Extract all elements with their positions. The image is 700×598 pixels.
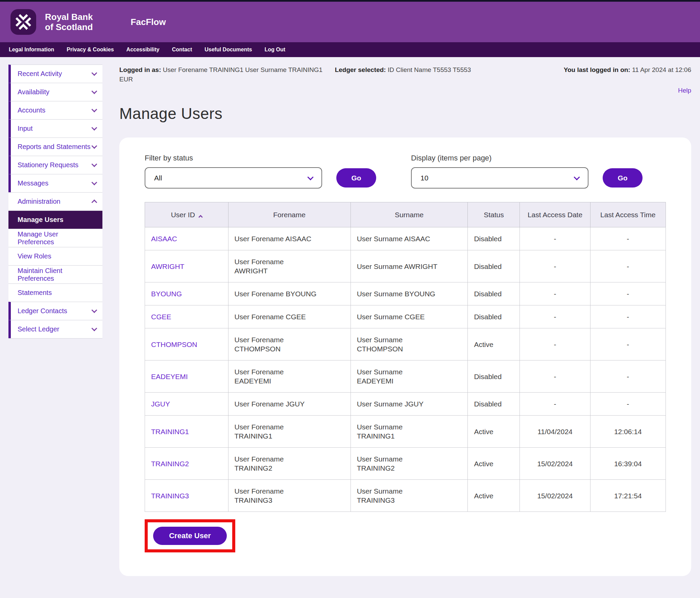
display-per-page-label: Display (items per page) bbox=[411, 154, 643, 163]
last-access-time-cell: 12:06:14 bbox=[590, 416, 666, 448]
nav-item-useful-documents[interactable]: Useful Documents bbox=[204, 47, 252, 53]
user-id-cell: EADEYEMI bbox=[145, 360, 228, 393]
sidebar-item-label: Administration bbox=[18, 198, 61, 205]
sidebar-item-view-roles[interactable]: View Roles bbox=[8, 247, 102, 265]
surname-cell: User Surname EADEYEMI bbox=[351, 360, 468, 393]
table-row-jguy: JGUYUser Forename JGUYUser Surname JGUYD… bbox=[145, 393, 666, 416]
forename-cell: User Forename BYOUNG bbox=[228, 282, 351, 305]
user-id-cell: AWRIGHT bbox=[145, 250, 228, 282]
last-access-date-cell: - bbox=[520, 227, 590, 250]
nav-item-privacy-cookies[interactable]: Privacy & Cookies bbox=[67, 47, 114, 53]
table-row-training3: TRAINING3User Forename TRAINING3User Sur… bbox=[145, 480, 666, 512]
sort-ascending-icon bbox=[198, 215, 203, 219]
user-id-link[interactable]: JGUY bbox=[151, 400, 170, 408]
last-login-value: 11 Apr 2024 at 12:06 bbox=[632, 66, 691, 73]
filter-status-go-button[interactable]: Go bbox=[336, 168, 376, 188]
sidebar-item-select-ledger[interactable]: Select Ledger bbox=[8, 320, 102, 338]
sidebar-item-label: View Roles bbox=[18, 252, 51, 260]
table-row-training2: TRAINING2User Forename TRAINING2User Sur… bbox=[145, 448, 666, 480]
surname-cell: User Surname TRAINING3 bbox=[351, 480, 468, 512]
surname-cell: User Surname TRAINING2 bbox=[351, 448, 468, 480]
sidebar-item-label: Maintain Client Preferences bbox=[18, 267, 96, 282]
last-access-date-cell: - bbox=[520, 305, 590, 328]
user-id-link[interactable]: TRAINING2 bbox=[151, 460, 189, 468]
user-id-link[interactable]: CGEE bbox=[151, 313, 171, 321]
table-header-row: User IDForenameSurnameStatusLast Access … bbox=[145, 202, 666, 227]
last-access-date-cell: 11/04/2024 bbox=[520, 416, 590, 448]
sidebar-item-label: Select Ledger bbox=[18, 325, 59, 333]
table-row-training1: TRAINING1User Forename TRAINING1User Sur… bbox=[145, 416, 666, 448]
sidebar-item-label: Manage User Preferences bbox=[18, 230, 96, 246]
help-link[interactable]: Help bbox=[678, 87, 691, 94]
chevron-down-icon bbox=[307, 174, 313, 180]
nav-item-legal-information[interactable]: Legal Information bbox=[9, 47, 54, 53]
user-id-link[interactable]: AWRIGHT bbox=[151, 263, 184, 270]
user-id-cell: CTHOMPSON bbox=[145, 328, 228, 360]
nav-item-accessibility[interactable]: Accessibility bbox=[126, 47, 160, 53]
last-access-time-cell: - bbox=[590, 393, 666, 416]
nav-item-contact[interactable]: Contact bbox=[172, 47, 192, 53]
chevron-down-icon bbox=[92, 89, 97, 94]
display-per-page-group: Display (items per page) 10 Go bbox=[411, 154, 643, 189]
last-access-time-cell: - bbox=[590, 227, 666, 250]
table-row-awright: AWRIGHTUser Forename AWRIGHTUser Surname… bbox=[145, 250, 666, 282]
filter-status-select[interactable]: All bbox=[145, 167, 322, 189]
user-id-link[interactable]: EADEYEMI bbox=[151, 373, 188, 380]
user-id-link[interactable]: AISAAC bbox=[151, 235, 177, 243]
sidebar-item-statements[interactable]: Statements bbox=[8, 283, 102, 302]
sidebar-item-recent-activity[interactable]: Recent Activity bbox=[8, 65, 102, 83]
chevron-down-icon bbox=[92, 161, 97, 167]
column-header-user-id[interactable]: User ID bbox=[145, 202, 228, 227]
user-id-link[interactable]: TRAINING1 bbox=[151, 428, 189, 435]
last-access-date-cell: - bbox=[520, 282, 590, 305]
brand-line2: of Scotland bbox=[45, 22, 93, 32]
last-access-date-cell: - bbox=[520, 393, 590, 416]
display-per-page-selected-value: 10 bbox=[420, 174, 428, 182]
top-nav: Legal InformationPrivacy & CookiesAccess… bbox=[0, 42, 700, 57]
sidebar-item-label: Availability bbox=[18, 88, 49, 96]
sidebar-item-stationery-requests[interactable]: Stationery Requests bbox=[8, 156, 102, 174]
last-login-info: You last logged in on: 11 Apr 2024 at 12… bbox=[564, 65, 691, 75]
display-per-page-controls: 10 Go bbox=[411, 167, 643, 189]
status-cell: Active bbox=[468, 416, 520, 448]
status-cell: Active bbox=[468, 448, 520, 480]
chevron-down-icon bbox=[92, 326, 97, 331]
sidebar-item-input[interactable]: Input bbox=[8, 119, 102, 138]
app-header: Royal Bank of Scotland FacFlow bbox=[0, 2, 700, 42]
content-area: Recent ActivityAvailabilityAccountsInput… bbox=[0, 57, 700, 576]
chevron-down-icon bbox=[92, 143, 97, 149]
sidebar-item-manage-user-preferences[interactable]: Manage User Preferences bbox=[8, 229, 102, 247]
surname-cell: User Surname AWRIGHT bbox=[351, 250, 468, 282]
chevron-down-icon bbox=[92, 307, 97, 313]
create-user-button[interactable]: Create User bbox=[153, 527, 227, 545]
last-access-time-cell: - bbox=[590, 360, 666, 393]
sidebar-item-manage-users[interactable]: Manage Users bbox=[8, 210, 102, 229]
sidebar-item-label: Accounts bbox=[18, 106, 45, 114]
last-access-time-cell: - bbox=[590, 282, 666, 305]
annotation-highlight-box: Create User bbox=[145, 519, 235, 552]
display-per-page-go-button[interactable]: Go bbox=[603, 168, 643, 188]
display-per-page-select[interactable]: 10 bbox=[411, 167, 588, 189]
sidebar-item-reports-and-statements[interactable]: Reports and Statements bbox=[8, 138, 102, 156]
forename-cell: User Forename TRAINING1 bbox=[228, 416, 351, 448]
sidebar-item-maintain-client-preferences[interactable]: Maintain Client Preferences bbox=[8, 265, 102, 283]
user-id-cell: AISAAC bbox=[145, 227, 228, 250]
sidebar-item-availability[interactable]: Availability bbox=[8, 83, 102, 101]
user-id-link[interactable]: TRAINING3 bbox=[151, 492, 189, 500]
sidebar-item-administration[interactable]: Administration bbox=[8, 192, 102, 210]
nav-item-log-out[interactable]: Log Out bbox=[265, 47, 285, 53]
manage-users-card: Filter by status All Go Display (items p… bbox=[119, 138, 691, 576]
last-access-time-cell: - bbox=[590, 305, 666, 328]
last-access-date-cell: - bbox=[520, 328, 590, 360]
filter-status-selected-value: All bbox=[154, 174, 162, 182]
ledger-selected-value: ID Client Name T5553 T5553 bbox=[388, 66, 471, 73]
user-id-link[interactable]: BYOUNG bbox=[151, 290, 182, 298]
user-id-link[interactable]: CTHOMPSON bbox=[151, 341, 197, 348]
last-access-date-cell: - bbox=[520, 250, 590, 282]
last-access-time-cell: 17:21:54 bbox=[590, 480, 666, 512]
column-header-label: Forename bbox=[273, 211, 306, 219]
sidebar: Recent ActivityAvailabilityAccountsInput… bbox=[8, 65, 102, 339]
sidebar-item-accounts[interactable]: Accounts bbox=[8, 101, 102, 119]
sidebar-item-messages[interactable]: Messages bbox=[8, 174, 102, 192]
sidebar-item-ledger-contacts[interactable]: Ledger Contacts bbox=[8, 302, 102, 320]
